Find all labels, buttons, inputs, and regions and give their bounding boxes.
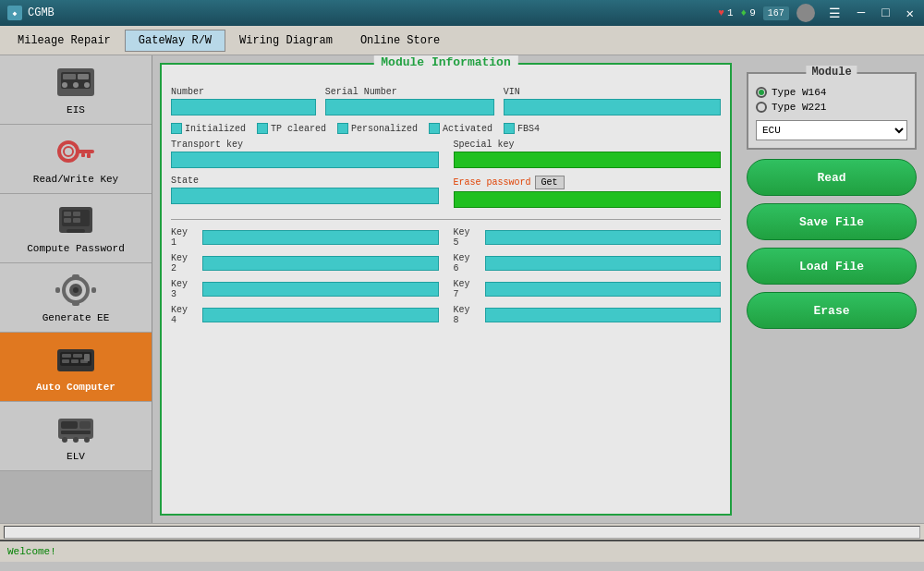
save-file-button[interactable]: Save File <box>747 203 917 240</box>
svg-point-7 <box>59 142 78 161</box>
sidebar-label-compute: Compute Password <box>27 243 125 254</box>
checkbox-fbs4-box[interactable] <box>504 123 515 134</box>
key6-input[interactable] <box>485 256 722 271</box>
erase-input[interactable] <box>454 191 722 208</box>
svg-rect-38 <box>61 431 91 434</box>
key-row-5: Key 5 <box>454 227 722 248</box>
module-info-title: Module Information <box>373 55 517 69</box>
sidebar-label-readwrite: Read/Write Key <box>33 174 118 185</box>
svg-rect-22 <box>72 274 79 279</box>
eis-icon <box>54 64 98 101</box>
menu-online-store[interactable]: Online Store <box>346 30 454 52</box>
checkbox-fbs4-label: FBS4 <box>517 124 540 134</box>
checkbox-personalized[interactable]: Personalized <box>337 123 418 134</box>
key7-input[interactable] <box>485 282 722 297</box>
key3-input[interactable] <box>202 282 439 297</box>
checkboxes-row: Initialized TP cleared Personalized Acti… <box>171 123 721 134</box>
sidebar-item-eis[interactable]: EIS <box>0 55 152 125</box>
divider <box>171 219 721 220</box>
checkbox-personalized-box[interactable] <box>337 123 348 134</box>
generate-icon <box>54 272 98 309</box>
radio-type-w164[interactable]: Type W164 <box>756 87 907 98</box>
autocomputer-icon <box>54 341 98 378</box>
svg-point-8 <box>64 147 73 156</box>
main-layout: EIS Read/Write Key <box>0 55 924 523</box>
svg-rect-16 <box>64 218 71 223</box>
checkbox-activated-label: Activated <box>443 124 492 134</box>
progress-bar <box>4 526 920 539</box>
key8-label: Key 8 <box>454 305 480 325</box>
checkbox-fbs4[interactable]: FBS4 <box>504 123 540 134</box>
sidebar-item-generate[interactable]: Generate EE <box>0 263 152 333</box>
svg-rect-31 <box>71 359 79 363</box>
sidebar-label-elv: ELV <box>67 451 85 462</box>
svg-rect-28 <box>62 354 71 358</box>
sidebar-label-autocomputer: Auto Computer <box>36 382 116 393</box>
transport-input[interactable] <box>171 152 439 168</box>
checkbox-tpcleared-box[interactable] <box>257 123 268 134</box>
state-input[interactable] <box>171 188 439 204</box>
sidebar-label-eis: EIS <box>67 104 85 115</box>
checkbox-tpcleared[interactable]: TP cleared <box>257 123 326 134</box>
svg-rect-15 <box>73 212 80 216</box>
stat1-value: 1 <box>727 7 734 18</box>
svg-rect-37 <box>79 421 91 429</box>
vin-input[interactable] <box>504 99 721 115</box>
checkbox-activated-box[interactable] <box>429 123 440 134</box>
svg-point-39 <box>62 437 67 443</box>
load-file-button[interactable]: Load File <box>747 248 917 285</box>
right-panel: Module Type W164 Type W221 ECU BCM TCM R… <box>739 55 924 523</box>
special-input[interactable] <box>454 152 722 168</box>
keys-col-left: Key 1 Key 2 Key 3 Key 4 <box>171 227 439 331</box>
key2-input[interactable] <box>202 256 439 271</box>
menu-mileage-repair[interactable]: Mileage Repair <box>4 30 125 52</box>
menu-gateway[interactable]: GateWay R/W <box>125 30 225 52</box>
sidebar-item-elv[interactable]: ELV <box>0 402 152 471</box>
maximize-button[interactable]: □ <box>879 6 892 20</box>
sidebar-item-readwrite[interactable]: Read/Write Key <box>0 125 152 194</box>
hamburger-icon[interactable]: ☰ <box>826 6 844 21</box>
checkbox-initialized-box[interactable] <box>171 123 182 134</box>
module-box-title: Module <box>806 66 857 79</box>
checkbox-initialized-label: Initialized <box>185 124 246 134</box>
number-input[interactable] <box>171 99 316 115</box>
read-button[interactable]: Read <box>747 159 917 196</box>
transport-label: Transport key <box>171 140 439 150</box>
radio-type-w221[interactable]: Type W221 <box>756 102 907 113</box>
center-panel: Module Information Number Serial Number … <box>152 55 739 523</box>
erase-button[interactable]: Erase <box>747 292 917 329</box>
svg-rect-33 <box>84 354 90 361</box>
minimize-button[interactable]: ─ <box>855 6 868 20</box>
erase-row: Erase password Get <box>454 176 722 189</box>
checkbox-tpcleared-label: TP cleared <box>271 124 326 134</box>
app-title: CGMB <box>28 6 55 19</box>
ecu-select[interactable]: ECU BCM TCM <box>756 120 907 140</box>
key4-input[interactable] <box>202 308 439 322</box>
sidebar-item-compute[interactable]: Compute Password <box>0 194 152 263</box>
state-label: State <box>171 176 439 186</box>
svg-rect-10 <box>87 153 91 158</box>
serial-input[interactable] <box>325 99 494 115</box>
radio-w164-dot[interactable] <box>756 87 767 98</box>
close-button[interactable]: ✕ <box>904 6 917 21</box>
vin-label: VIN <box>504 87 721 97</box>
svg-rect-17 <box>73 218 80 223</box>
col-right: Special key Erase password Get <box>454 140 722 212</box>
checkbox-activated[interactable]: Activated <box>429 123 492 134</box>
key1-input[interactable] <box>202 230 439 245</box>
svg-point-6 <box>84 82 90 88</box>
key8-input[interactable] <box>485 308 722 322</box>
svg-rect-24 <box>55 287 60 293</box>
menu-wiring-diagram[interactable]: Wiring Diagram <box>225 30 346 52</box>
col-left: Transport key State <box>171 140 439 212</box>
heart-icon: ♥ <box>718 7 724 18</box>
checkbox-initialized[interactable]: Initialized <box>171 123 246 134</box>
sidebar-item-autocomputer[interactable]: Auto Computer <box>0 333 152 402</box>
svg-rect-23 <box>72 301 79 306</box>
keys-grid: Key 1 Key 2 Key 3 Key 4 <box>171 227 721 331</box>
key7-label: Key 7 <box>454 279 480 299</box>
radio-w221-dot[interactable] <box>756 102 767 113</box>
key5-input[interactable] <box>485 230 722 245</box>
get-button[interactable]: Get <box>535 176 565 189</box>
checkbox-personalized-label: Personalized <box>351 124 418 134</box>
